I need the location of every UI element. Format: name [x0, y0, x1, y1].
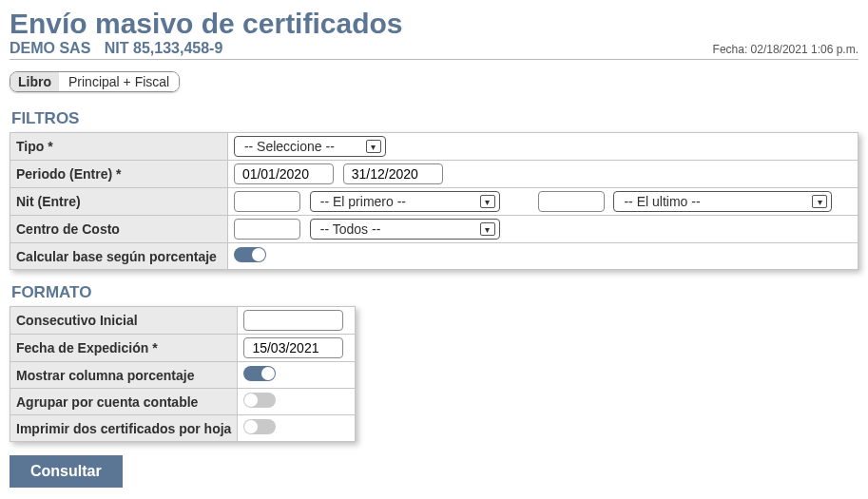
tipo-select[interactable]: -- Seleccione -- ▾ [234, 136, 386, 157]
libro-label: Libro [10, 72, 59, 91]
filtros-form: Tipo * -- Seleccione -- ▾ Periodo (Entre… [10, 132, 858, 270]
mostrar-pct-label: Mostrar columna porcentaje [10, 362, 238, 389]
chevron-down-icon: ▾ [812, 195, 827, 208]
periodo-from-input[interactable] [234, 163, 334, 184]
imprimir-toggle[interactable] [243, 419, 276, 434]
consultar-button[interactable]: Consultar [10, 455, 123, 488]
imprimir-label: Imprimir dos certificados por hoja [10, 415, 238, 442]
nit-from-select-value: -- El primero -- [320, 194, 406, 209]
calc-base-label: Calcular base según porcentaje [10, 243, 228, 270]
nit-from-input[interactable] [234, 191, 300, 212]
sub-header: DEMO SAS NIT 85,133,458-9 Fecha: 02/18/2… [10, 40, 858, 60]
nit-label: NIT [105, 40, 129, 56]
tipo-select-value: -- Seleccione -- [244, 139, 335, 154]
nit-to-input[interactable] [538, 191, 605, 212]
section-formato-title: FORMATO [11, 283, 858, 302]
consecutivo-input[interactable] [243, 310, 343, 331]
agrupar-toggle[interactable] [243, 393, 276, 408]
calc-base-toggle[interactable] [234, 247, 266, 262]
formato-form: Consecutivo Inicial Fecha de Expedición … [10, 306, 356, 442]
nit-value: 85,133,458-9 [133, 40, 222, 56]
periodo-label: Periodo (Entre) * [10, 161, 228, 188]
nit-to-select[interactable]: -- El ultimo -- ▾ [613, 191, 832, 212]
chevron-down-icon: ▾ [480, 195, 495, 208]
centro-costo-label: Centro de Costo [10, 216, 228, 243]
date-value: 02/18/2021 1:06 p.m. [751, 43, 858, 56]
company-name: DEMO SAS [10, 40, 90, 56]
centro-costo-select-value: -- Todos -- [320, 221, 381, 237]
libro-selector[interactable]: Libro Principal + Fiscal [10, 71, 180, 92]
section-filtros-title: FILTROS [11, 109, 858, 128]
chevron-down-icon: ▾ [480, 222, 495, 236]
nit-to-select-value: -- El ultimo -- [624, 194, 700, 209]
agrupar-label: Agrupar por cuenta contable [10, 389, 238, 415]
chevron-down-icon: ▾ [366, 140, 381, 153]
fecha-exp-input[interactable] [243, 337, 343, 358]
centro-costo-select[interactable]: -- Todos -- ▾ [310, 219, 500, 240]
libro-value: Principal + Fiscal [59, 72, 179, 91]
fecha-exp-label: Fecha de Expedición * [10, 335, 238, 362]
centro-costo-input[interactable] [234, 219, 300, 240]
page-title: Envío masivo de certificados [10, 8, 858, 40]
periodo-to-input[interactable] [343, 163, 443, 184]
tipo-label: Tipo * [10, 133, 228, 161]
consecutivo-label: Consecutivo Inicial [10, 307, 238, 335]
date-label: Fecha: [713, 43, 748, 56]
nit-from-select[interactable]: -- El primero -- ▾ [310, 191, 500, 212]
nit-range-label: Nit (Entre) [10, 188, 228, 216]
mostrar-pct-toggle[interactable] [243, 366, 276, 381]
